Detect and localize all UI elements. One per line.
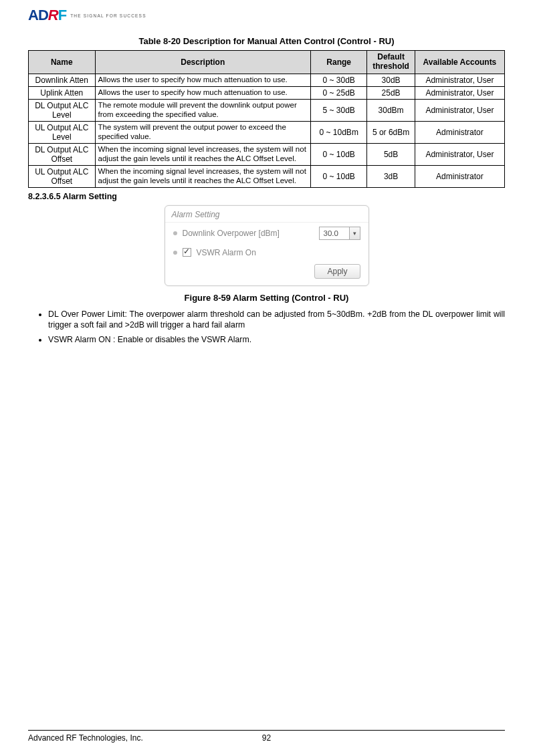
apply-button[interactable]: Apply: [314, 264, 360, 279]
downlink-overpower-spinner[interactable]: 30.0 ▾: [319, 227, 360, 240]
list-item: VSWR Alarm ON : Enable or disables the V…: [48, 335, 505, 346]
cell-desc: Allows the user to specify how much atte…: [95, 74, 310, 86]
cell-range: 0 ~ 30dB: [311, 74, 367, 86]
body-bullet-list: DL Over Power Limit: The overpower alarm…: [28, 309, 505, 346]
spinner-value[interactable]: 30.0: [320, 227, 349, 239]
bullet-icon: [173, 231, 177, 235]
th-default: Default threshold: [367, 51, 415, 74]
downlink-overpower-row: Downlink Overpower [dBm] 30.0 ▾: [165, 223, 368, 244]
cell-accounts: Administrator, User: [415, 99, 504, 121]
vswr-alarm-row: VSWR Alarm On: [165, 244, 368, 261]
alarm-setting-widget: Alarm Setting Downlink Overpower [dBm] 3…: [165, 205, 369, 286]
th-accounts: Available Accounts: [415, 51, 504, 74]
table-row: DL Output ALC Level The remote module wi…: [29, 99, 505, 121]
figure-caption: Figure 8-59 Alarm Setting (Control - RU): [28, 293, 505, 303]
cell-range: 0 ~ 10dB: [311, 143, 367, 165]
table-row: UL Output ALC Level The system will prev…: [29, 121, 505, 143]
cell-default: 25dB: [367, 86, 415, 99]
cell-name: DL Output ALC Level: [29, 99, 96, 121]
cell-name: Downlink Atten: [29, 74, 96, 86]
cell-accounts: Administrator: [415, 165, 504, 187]
widget-title: Alarm Setting: [165, 206, 368, 223]
cell-range: 0 ~ 10dBm: [311, 121, 367, 143]
cell-accounts: Administrator: [415, 121, 504, 143]
cell-desc: The remote module will prevent the downl…: [95, 99, 310, 121]
cell-default: 30dBm: [367, 99, 415, 121]
cell-accounts: Administrator, User: [415, 86, 504, 99]
cell-desc: Allows the user to specify how much atte…: [95, 86, 310, 99]
cell-default: 3dB: [367, 165, 415, 187]
cell-accounts: Administrator, User: [415, 143, 504, 165]
cell-name: UL Output ALC Offset: [29, 165, 96, 187]
th-description: Description: [95, 51, 310, 74]
cell-default: 30dB: [367, 74, 415, 86]
cell-name: DL Output ALC Offset: [29, 143, 96, 165]
atten-control-table: Name Description Range Default threshold…: [28, 50, 505, 188]
cell-desc: When the incoming signal level increases…: [95, 165, 310, 187]
list-item: DL Over Power Limit: The overpower alarm…: [48, 309, 505, 331]
spinner-dropdown-button[interactable]: ▾: [349, 227, 360, 239]
th-range: Range: [311, 51, 367, 74]
cell-name: UL Output ALC Level: [29, 121, 96, 143]
cell-accounts: Administrator, User: [415, 74, 504, 86]
page-footer: Advanced RF Technologies, Inc. 92: [28, 730, 505, 743]
footer-page-number: 92: [187, 733, 346, 743]
logo-tagline: THE SIGNAL FOR SUCCESS: [70, 13, 146, 18]
cell-range: 0 ~ 25dB: [311, 86, 367, 99]
downlink-overpower-label: Downlink Overpower [dBm]: [183, 229, 280, 238]
table-row: UL Output ALC Offset When the incoming s…: [29, 165, 505, 187]
cell-range: 5 ~ 30dB: [311, 99, 367, 121]
cell-default: 5 or 6dBm: [367, 121, 415, 143]
footer-right: [346, 733, 505, 743]
cell-desc: When the incoming signal level increases…: [95, 143, 310, 165]
logo-text: ADRF: [28, 7, 66, 24]
bullet-icon: [173, 251, 177, 255]
th-name: Name: [29, 51, 96, 74]
table-row: Uplink Atten Allows the user to specify …: [29, 86, 505, 99]
table-row: DL Output ALC Offset When the incoming s…: [29, 143, 505, 165]
cell-range: 0 ~ 10dB: [311, 165, 367, 187]
header-logo: ADRF THE SIGNAL FOR SUCCESS: [28, 7, 505, 24]
table-caption: Table 8-20 Description for Manual Atten …: [28, 36, 505, 46]
cell-default: 5dB: [367, 143, 415, 165]
table-row: Downlink Atten Allows the user to specif…: [29, 74, 505, 86]
cell-name: Uplink Atten: [29, 86, 96, 99]
vswr-alarm-label: VSWR Alarm On: [197, 248, 256, 257]
footer-left: Advanced RF Technologies, Inc.: [28, 733, 187, 743]
section-header: 8.2.3.6.5 Alarm Setting: [28, 192, 505, 201]
vswr-checkbox[interactable]: [183, 248, 191, 257]
cell-desc: The system will prevent the output power…: [95, 121, 310, 143]
